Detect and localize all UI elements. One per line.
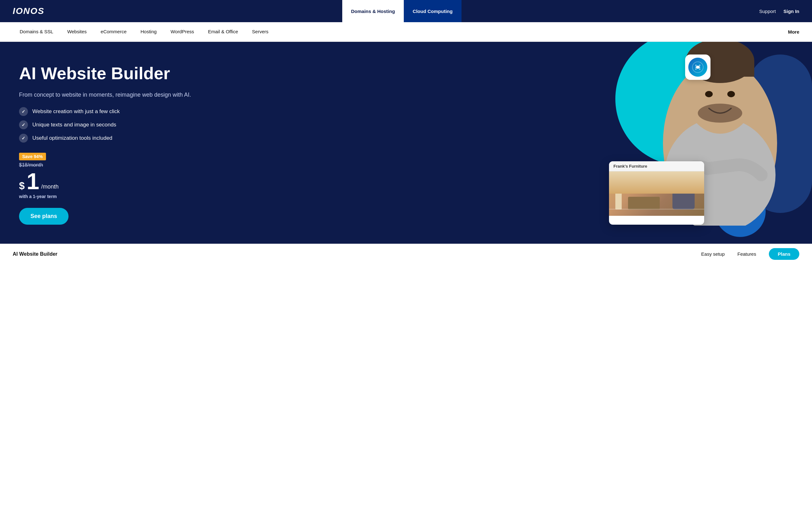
tab-domains-hosting[interactable]: Domains & Hosting <box>342 0 404 22</box>
hero-title: AI Website Builder <box>19 64 191 83</box>
bottom-bar-title: AI Website Builder <box>13 251 57 257</box>
ai-icon-badge <box>685 55 711 80</box>
top-nav-tabs: Domains & Hosting Cloud Computing <box>342 0 461 22</box>
ai-icon-inner <box>688 58 707 77</box>
laptop-card: Frank's Furniture <box>609 161 704 225</box>
laptop-card-image <box>609 171 704 216</box>
sign-in-button[interactable]: Sign In <box>783 9 799 14</box>
furniture-table <box>628 197 660 210</box>
price-period: /month <box>41 183 59 193</box>
bottom-bar-plans-button[interactable]: Plans <box>769 248 799 260</box>
secondary-nav-left: Domains & SSL Websites eCommerce Hosting… <box>13 22 275 42</box>
nav-item-ecommerce[interactable]: eCommerce <box>94 22 134 42</box>
svg-point-13 <box>699 68 700 70</box>
floor-line <box>609 209 704 210</box>
svg-point-7 <box>698 104 742 123</box>
original-price: $18/month <box>19 162 191 168</box>
nav-item-servers[interactable]: Servers <box>245 22 275 42</box>
price-dollar: $ <box>19 180 25 192</box>
check-icon-3 <box>19 134 28 143</box>
hero-subtitle: From concept to website in moments, reim… <box>19 92 191 98</box>
svg-point-6 <box>727 91 735 97</box>
bottom-bar: AI Website Builder Easy setup Features P… <box>0 244 812 264</box>
check-icon-1 <box>19 107 28 116</box>
price-amount: 1 <box>27 170 39 193</box>
save-badge: Save 94% <box>19 153 46 160</box>
svg-point-10 <box>695 65 697 66</box>
hero-content: AI Website Builder From concept to websi… <box>19 64 191 225</box>
bottom-bar-links: Easy setup Features Plans <box>701 248 799 260</box>
nav-item-wordpress[interactable]: WordPress <box>164 22 201 42</box>
hero-feature-2: Unique texts and image in seconds <box>19 120 191 129</box>
nav-item-domains-ssl[interactable]: Domains & SSL <box>13 22 60 42</box>
nav-item-websites[interactable]: Websites <box>60 22 94 42</box>
price-row: $ 1 /month <box>19 170 191 193</box>
support-link[interactable]: Support <box>759 9 776 14</box>
price-term: with a 1-year term <box>19 194 191 199</box>
tab-cloud-computing[interactable]: Cloud Computing <box>404 0 461 22</box>
hero-features-list: Website creation with just a few click U… <box>19 107 191 143</box>
svg-point-5 <box>705 91 713 97</box>
nav-item-hosting[interactable]: Hosting <box>134 22 164 42</box>
ai-svg-icon <box>692 61 704 73</box>
svg-point-11 <box>699 65 700 66</box>
hero-feature-3: Useful optimization tools included <box>19 134 191 143</box>
more-link[interactable]: More <box>788 29 799 35</box>
laptop-card-title: Frank's Furniture <box>609 161 704 171</box>
svg-point-9 <box>697 66 699 68</box>
secondary-nav: Domains & SSL Websites eCommerce Hosting… <box>0 22 812 42</box>
bottom-bar-features[interactable]: Features <box>738 251 756 257</box>
see-plans-button[interactable]: See plans <box>19 208 68 225</box>
hero-section: Frank's Furniture AI Website Builder Fro… <box>0 42 812 244</box>
top-bar: IONOS Domains & Hosting Cloud Computing … <box>0 0 812 22</box>
nav-item-email-office[interactable]: Email & Office <box>201 22 245 42</box>
wall-area <box>609 171 704 193</box>
hero-feature-1: Website creation with just a few click <box>19 107 191 116</box>
logo[interactable]: IONOS <box>13 6 44 16</box>
hero-decorative: Frank's Furniture <box>365 42 812 244</box>
check-icon-2 <box>19 120 28 129</box>
svg-point-12 <box>695 68 697 70</box>
top-right-actions: Support Sign In <box>759 9 799 14</box>
bottom-bar-easy-setup[interactable]: Easy setup <box>701 251 725 257</box>
